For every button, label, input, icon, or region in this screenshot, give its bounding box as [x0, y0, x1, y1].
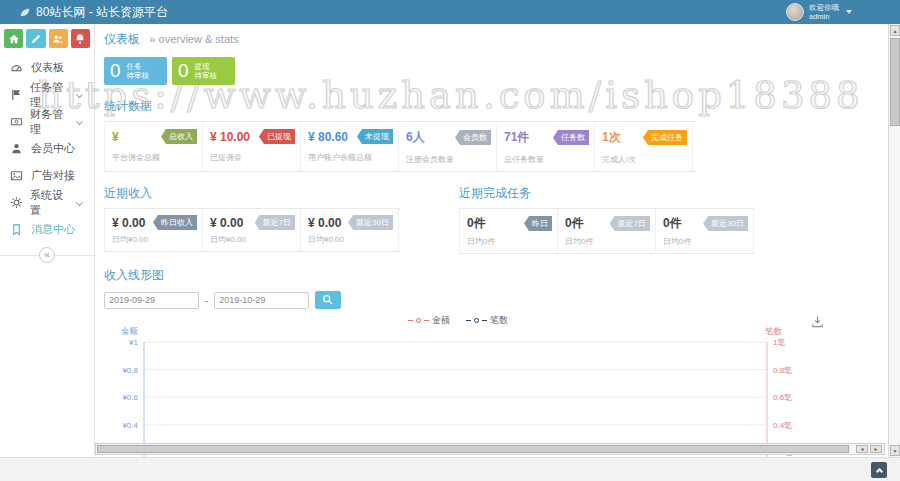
- pencil-icon: [30, 33, 42, 45]
- flag-icon: [10, 88, 23, 102]
- chevron-down-icon: [76, 199, 83, 206]
- sidebar-item-finance[interactable]: 财务管理: [0, 108, 94, 135]
- pending-withdrawals-count: 0: [178, 60, 189, 82]
- stat-label: 用户账户余额总额: [308, 152, 393, 163]
- home-button[interactable]: [4, 29, 23, 48]
- income-card-30days: ¥ 0.00 最近30日 日均¥0.00: [301, 209, 399, 251]
- sidebar-item-tasks[interactable]: 任务管理: [0, 81, 94, 108]
- pending-tasks-box[interactable]: 0 任务 待审核: [104, 57, 167, 85]
- legend-marker: [482, 320, 487, 321]
- sidebar-item-ads[interactable]: 广告对接: [0, 162, 94, 189]
- income-value: ¥ 0.00: [210, 216, 243, 230]
- tasks-value: 0件: [565, 215, 584, 232]
- tasks-value: 0件: [467, 215, 486, 232]
- income-value: ¥ 0.00: [308, 216, 341, 230]
- stats-cards: ¥ 总收入 平台佣金总额 ¥ 10.00 已提现 已提佣金 ¥ 80.60 未提: [104, 121, 696, 172]
- tasks-sub: 日均0件: [565, 236, 650, 247]
- scrollbar-thumb[interactable]: [97, 445, 849, 453]
- sidebar-item-label: 消息中心: [31, 222, 75, 237]
- sidebar-item-messages[interactable]: 消息中心: [0, 216, 94, 243]
- bell-icon: [74, 33, 86, 45]
- recent-income-title: 近期收入: [104, 185, 459, 202]
- recent-tasks-title: 近期完成任务: [459, 185, 887, 202]
- users-button[interactable]: [49, 29, 68, 48]
- summary-boxes: 0 任务 待审核 0 提现 待审核: [104, 57, 887, 85]
- legend-marker: [416, 318, 421, 323]
- status-badge: 完成任务: [643, 130, 687, 145]
- sidebar-item-label: 广告对接: [31, 168, 75, 183]
- avatar[interactable]: [786, 3, 804, 21]
- box-label-line2: 待审核: [127, 71, 150, 80]
- date-from-input[interactable]: [104, 292, 199, 309]
- footer-bar: [0, 457, 900, 481]
- pending-withdrawals-box[interactable]: 0 提现 待审核: [172, 57, 235, 85]
- income-sub: 日均¥0.00: [210, 234, 295, 245]
- user-menu[interactable]: 欢迎你哦 admin: [786, 3, 852, 21]
- tasks-card-7days: 0件 最近7日 日均0件: [558, 209, 656, 253]
- stat-value: ¥: [112, 130, 119, 144]
- tasks-sub: 日均0件: [467, 236, 552, 247]
- stat-label: 总任务数量: [504, 154, 589, 165]
- main-content: 仪表板 » overview & stats 0 任务 待审核 0 提现 待审核…: [95, 24, 887, 457]
- breadcrumb-trail: » overview & stats: [149, 33, 238, 45]
- status-badge: 最近30日: [703, 216, 748, 231]
- status-badge: 最近30日: [348, 215, 393, 230]
- welcome-text: 欢迎你哦: [809, 3, 839, 12]
- tasks-sub: 日均0件: [663, 236, 748, 247]
- bookmark-icon: [10, 223, 24, 237]
- svg-text:0.6笔: 0.6笔: [773, 393, 792, 402]
- user-icon: [10, 142, 24, 156]
- svg-text:笔数: 笔数: [765, 326, 783, 336]
- scroll-down-button[interactable]: ▼: [890, 445, 900, 456]
- dashboard-icon: [10, 61, 24, 75]
- stat-card-total-income: ¥ 总收入 平台佣金总额: [105, 122, 203, 171]
- scroll-up-button[interactable]: ▲: [890, 25, 900, 36]
- box-label-line1: 任务: [127, 62, 150, 71]
- recent-tasks-section: 近期完成任务 0件 昨日 日均0件 0件 最近7日: [459, 185, 887, 254]
- status-badge: 已提现: [259, 129, 295, 144]
- status-badge: 昨日: [524, 216, 552, 231]
- tasks-card-30days: 0件 最近30日 日均0件: [656, 209, 754, 253]
- sidebar-quick-buttons: [0, 24, 94, 54]
- bell-button[interactable]: [71, 29, 90, 48]
- scroll-right-button[interactable]: ▸: [870, 445, 882, 453]
- stat-value: ¥ 10.00: [210, 130, 250, 144]
- stat-label: 注册会员数量: [406, 154, 491, 165]
- income-card-7days: ¥ 0.00 最近7日 日均¥0.00: [203, 209, 301, 251]
- back-to-top-button[interactable]: [871, 462, 887, 478]
- sidebar-item-label: 财务管理: [30, 107, 70, 137]
- breadcrumb: 仪表板 » overview & stats: [104, 31, 887, 48]
- legend-marker: [408, 320, 413, 321]
- brand[interactable]: 80站长网 - 站长资源平台: [18, 4, 168, 21]
- chevron-up-icon: [875, 468, 882, 475]
- vertical-scrollbar[interactable]: ▲ ▼: [888, 24, 900, 457]
- date-separator: -: [205, 295, 208, 306]
- sidebar-item-members[interactable]: 会员中心: [0, 135, 94, 162]
- stat-card-members: 6人 会员数 注册会员数量: [399, 122, 497, 171]
- search-button[interactable]: [315, 291, 341, 309]
- legend-marker: [424, 320, 429, 321]
- banknote-icon: [10, 115, 23, 129]
- sidebar-item-dashboard[interactable]: 仪表板: [0, 54, 94, 81]
- scrollbar-thumb[interactable]: [890, 38, 900, 126]
- stats-section: 统计数据 ¥ 总收入 平台佣金总额 ¥ 10.00 已提现 已提佣金: [104, 98, 887, 172]
- scroll-left-button[interactable]: ◂: [856, 445, 868, 453]
- status-badge: 会员数: [455, 130, 491, 145]
- breadcrumb-current[interactable]: 仪表板: [104, 32, 140, 46]
- stat-label: 平台佣金总额: [112, 152, 197, 163]
- stat-card-tasks: 71件 任务数 总任务数量: [497, 122, 595, 171]
- recent-sections: 近期收入 ¥ 0.00 昨日收入 日均¥0.00 ¥ 0.00 最近7日: [104, 185, 887, 254]
- svg-text:金额: 金额: [121, 326, 139, 336]
- top-navbar: 80站长网 - 站长资源平台 欢迎你哦 admin: [0, 0, 900, 24]
- leaf-icon: [18, 6, 31, 19]
- box-label-line2: 待审核: [195, 71, 218, 80]
- svg-text:¥1: ¥1: [128, 338, 138, 347]
- sidebar-item-label: 仪表板: [31, 60, 64, 75]
- horizontal-scrollbar[interactable]: ◂ ▸: [95, 443, 885, 455]
- sidebar-item-settings[interactable]: 系统设置: [0, 189, 94, 216]
- edit-button[interactable]: [26, 29, 45, 48]
- chevron-down-icon: [76, 91, 83, 98]
- sidebar-collapse-button[interactable]: «: [39, 247, 55, 263]
- date-to-input[interactable]: [214, 292, 309, 309]
- brand-title: 80站长网 - 站长资源平台: [36, 4, 168, 21]
